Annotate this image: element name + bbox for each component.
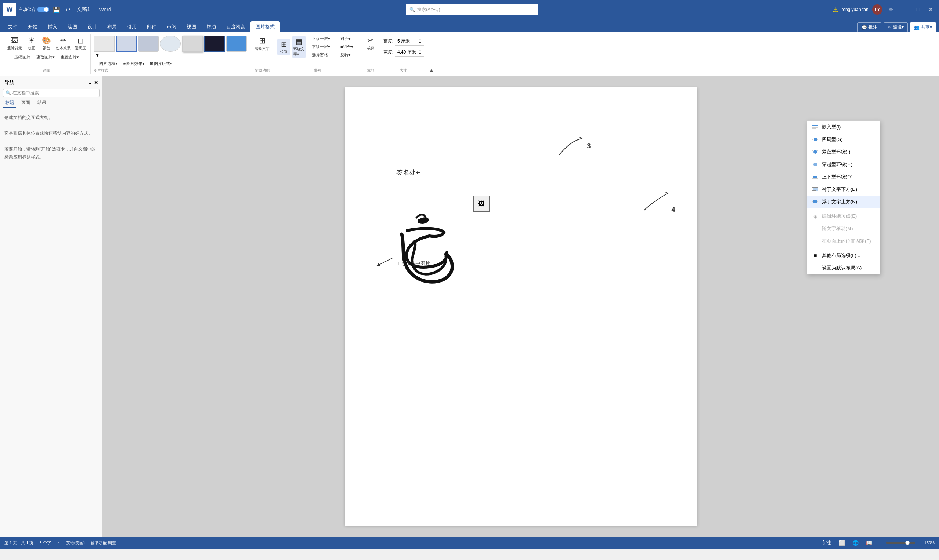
accessibility-btn[interactable]: 辅助功能 调查 <box>91 540 116 546</box>
save-button[interactable]: 💾 <box>51 6 62 14</box>
restore-button[interactable]: □ <box>913 5 922 14</box>
height-spinners[interactable]: ▲ ▼ <box>419 38 422 45</box>
share-btn[interactable]: 👥 共享▾ <box>910 22 936 32</box>
tab-references[interactable]: 引用 <box>122 21 142 32</box>
height-up[interactable]: ▲ <box>419 38 422 41</box>
style-thumb-7[interactable] <box>226 35 247 52</box>
focus-btn[interactable]: 专注 <box>820 539 833 547</box>
wrap-text-btn[interactable]: ▤ 环绕文字▾ <box>292 36 306 58</box>
style-thumb-4[interactable] <box>160 35 181 52</box>
menu-item-infront[interactable]: 浮于文字上方(N) <box>807 195 880 208</box>
review-btn[interactable]: 💬 批注 <box>857 22 881 32</box>
style-thumb-6[interactable] <box>204 35 225 52</box>
topbottom-icon <box>811 173 819 180</box>
reset-pic-btn[interactable]: 重置图片▾ <box>59 54 81 60</box>
nav-tab-results[interactable]: 结果 <box>35 98 48 108</box>
tab-review[interactable]: 审阅 <box>162 21 181 32</box>
zoom-slider-thumb[interactable] <box>905 540 910 545</box>
corrections-btn[interactable]: ☀ 校正 <box>25 35 38 51</box>
ribbon-collapse[interactable]: ▲ <box>427 34 436 74</box>
svg-rect-4 <box>812 138 813 138</box>
close-button[interactable]: ✕ <box>926 5 936 14</box>
zoom-slider[interactable] <box>886 542 916 544</box>
transparency-btn[interactable]: ◻ 透明度 <box>74 35 87 51</box>
rotate-btn[interactable]: 旋转▾ <box>338 51 356 58</box>
tab-draw[interactable]: 绘图 <box>62 21 82 32</box>
color-btn[interactable]: 🎨 颜色 <box>40 35 53 51</box>
menu-set-default-label: 设置为默认布局(A) <box>822 265 862 271</box>
nav-tab-headings[interactable]: 标题 <box>3 98 16 108</box>
align-btn[interactable]: 对齐▾ <box>338 35 356 42</box>
send-backward-btn[interactable]: 下移一层▾ <box>310 43 332 50</box>
print-layout-btn[interactable]: ⬜ <box>837 539 846 546</box>
nav-header-icons: ⌄ ✕ <box>88 80 98 86</box>
style-thumb-3[interactable] <box>138 35 159 52</box>
art-effects-btn[interactable]: ✏ 艺术效果 <box>54 35 72 51</box>
menu-item-tight[interactable]: 紧密型环绕(I) <box>807 146 880 158</box>
zoom-in-btn[interactable]: + <box>917 539 923 546</box>
tab-baidu[interactable]: 百度网盘 <box>221 21 250 32</box>
tab-file[interactable]: 文件 <box>3 21 23 32</box>
bring-forward-btn[interactable]: 上移一层▾ <box>310 35 332 42</box>
nav-search-input[interactable] <box>12 90 97 95</box>
nav-toggle-icon[interactable]: ⌄ <box>88 80 92 86</box>
search-box[interactable]: 🔍 搜索(Alt+Q) <box>406 4 538 15</box>
crop-btn[interactable]: ✂ 裁剪 <box>364 35 377 51</box>
picture-layout-btn[interactable]: ⊞ 图片版式▾ <box>148 60 174 67</box>
collapse-icon[interactable]: ▲ <box>429 67 434 73</box>
tab-mailings[interactable]: 邮件 <box>142 21 162 32</box>
zoom-out-btn[interactable]: ─ <box>878 539 885 546</box>
style-thumb-5[interactable] <box>182 35 203 52</box>
menu-item-through[interactable]: 穿越型环绕(H) <box>807 158 880 171</box>
tab-help[interactable]: 帮助 <box>201 21 221 32</box>
minimize-button[interactable]: ─ <box>900 5 910 14</box>
image-selection-handle: 🖼 <box>473 195 490 212</box>
tab-layout[interactable]: 布局 <box>102 21 122 32</box>
menu-item-square[interactable]: 四周型(S) <box>807 133 880 146</box>
transparency-label: 透明度 <box>75 46 86 51</box>
tab-picture-format[interactable]: 图片格式 <box>250 21 280 32</box>
compress-pic-btn[interactable]: 压缩图片 <box>12 54 33 60</box>
width-up[interactable]: ▲ <box>419 49 422 52</box>
width-spinners[interactable]: ▲ ▼ <box>419 49 422 55</box>
tab-insert[interactable]: 插入 <box>43 21 62 32</box>
menu-item-more-options[interactable]: ≡ 其他布局选项(L)... <box>807 249 880 262</box>
width-input-container[interactable]: 4.49 厘米 ▲ ▼ <box>395 48 424 57</box>
infront-icon <box>811 198 819 206</box>
position-btn[interactable]: ⊞ 位置 <box>277 39 290 55</box>
read-mode-btn[interactable]: 📖 <box>865 539 874 546</box>
menu-item-set-default[interactable]: 设置为默认布局(A) <box>807 262 880 274</box>
edit-btn[interactable]: ✏ 编辑▾ <box>883 22 908 32</box>
page-info: 第 1 页，共 1 页 <box>5 540 34 546</box>
nav-tab-pages[interactable]: 页面 <box>19 98 32 108</box>
tab-home[interactable]: 开始 <box>23 21 43 32</box>
calligraphy-image[interactable] <box>382 212 463 286</box>
picture-effects-btn[interactable]: ◈ 图片效果▾ <box>120 60 147 67</box>
change-pic-btn[interactable]: 更改图片▾ <box>34 54 57 60</box>
width-down[interactable]: ▼ <box>419 52 422 55</box>
menu-item-topbottom[interactable]: 上下型环绕(O) <box>807 171 880 183</box>
autosave-toggle[interactable] <box>37 7 49 12</box>
nav-search[interactable]: 🔍 <box>3 89 100 97</box>
tab-design[interactable]: 设计 <box>82 21 102 32</box>
tab-view[interactable]: 视图 <box>181 21 201 32</box>
user-name: teng yuan fan <box>842 7 868 12</box>
height-down[interactable]: ▼ <box>419 41 422 45</box>
styles-scroll-down[interactable]: ▼ <box>94 53 101 58</box>
remove-background-btn[interactable]: 🖼 删除背景 <box>6 35 23 51</box>
pen-icon[interactable]: ✏ <box>886 5 896 14</box>
picture-border-btn[interactable]: □ 图片边框▾ <box>94 60 120 67</box>
document-area[interactable]: 签名处↵ 🖼 <box>103 76 939 537</box>
style-thumb-1[interactable] <box>94 35 114 52</box>
menu-item-inline[interactable]: 嵌入型(I) <box>807 121 880 133</box>
height-input-container[interactable]: 5 厘米 ▲ ▼ <box>395 37 424 46</box>
send-backward-label: 下移一层▾ <box>312 44 330 49</box>
nav-close-icon[interactable]: ✕ <box>94 80 98 86</box>
style-thumb-2[interactable] <box>116 35 137 52</box>
group-btn[interactable]: ■组合▾ <box>338 43 356 50</box>
alt-text-btn[interactable]: ⊞ 替换文字 <box>253 35 271 52</box>
web-layout-btn[interactable]: 🌐 <box>851 539 860 546</box>
menu-item-behind[interactable]: 衬于文字下方(D) <box>807 183 880 195</box>
selection-pane-btn[interactable]: 选择窗格 <box>310 51 332 58</box>
undo-button[interactable]: ↩ <box>64 6 72 14</box>
